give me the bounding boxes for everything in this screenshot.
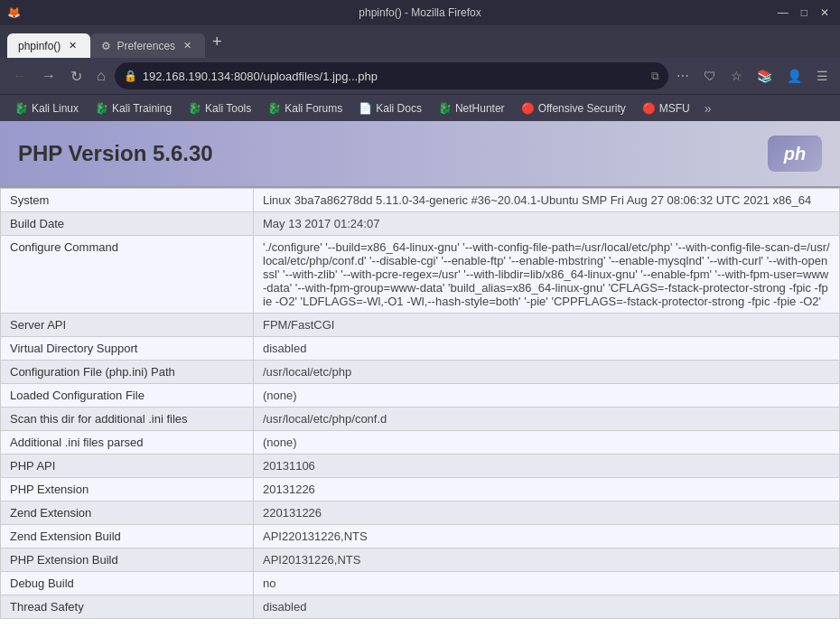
row-key: Additional .ini files parsed xyxy=(1,431,254,455)
table-row: PHP Extension BuildAPI20131226,NTS xyxy=(1,548,840,572)
bookmarks-bar: 🐉 Kali Linux 🐉 Kali Training 🐉 Kali Tool… xyxy=(0,94,840,121)
titlebar: 🦊 phpinfo() - Mozilla Firefox — □ ✕ xyxy=(0,0,840,25)
tab-preferences[interactable]: ⚙ Preferences ✕ xyxy=(90,33,205,58)
row-value: Linux 3ba7a86278dd 5.11.0-34-generic #36… xyxy=(254,189,840,212)
back-button[interactable]: ← xyxy=(7,64,33,88)
row-value: (none) xyxy=(254,431,840,455)
bookmark-kali-training[interactable]: 🐉 Kali Training xyxy=(88,99,179,117)
row-key: PHP Extension Build xyxy=(1,548,254,572)
bookmark-kali-linux[interactable]: 🐉 Kali Linux xyxy=(7,99,86,117)
table-row: PHP API20131106 xyxy=(1,455,840,478)
kali-training-icon: 🐉 xyxy=(95,102,108,115)
menu-button[interactable]: ☰ xyxy=(812,65,833,87)
bookmark-offensive-security[interactable]: 🔴 Offensive Security xyxy=(514,99,633,117)
table-row: Server APIFPM/FastCGI xyxy=(1,314,840,337)
kali-linux-icon: 🐉 xyxy=(14,102,28,115)
table-row: Thread Safetydisabled xyxy=(1,595,840,619)
row-value: FPM/FastCGI xyxy=(254,314,840,337)
php-logo-text: ph xyxy=(784,144,806,164)
shield-button[interactable]: 🛡 xyxy=(699,65,721,87)
table-row: Zend Extension BuildAPI220131226,NTS xyxy=(1,525,840,548)
php-logo: ph xyxy=(768,136,822,172)
row-value: './configure' '--build=x86_64-linux-gnu'… xyxy=(254,236,840,314)
row-key: PHP Extension xyxy=(1,478,254,501)
row-key: Virtual Directory Support xyxy=(1,337,254,361)
row-key: Configure Command xyxy=(1,236,254,314)
tab-phpinfo-label: phpinfo() xyxy=(18,40,61,52)
star-button[interactable]: ☆ xyxy=(726,65,747,87)
tab-preferences-label: Preferences xyxy=(117,40,175,52)
tabbar: phpinfo() ✕ ⚙ Preferences ✕ + xyxy=(0,25,840,58)
row-value: May 13 2017 01:24:07 xyxy=(254,212,840,236)
table-row: Scan this dir for additional .ini files/… xyxy=(1,408,840,431)
bookmarks-button[interactable]: 📚 xyxy=(752,65,777,87)
minimize-button[interactable]: — xyxy=(774,6,792,19)
bookmarks-more-button[interactable]: » xyxy=(699,98,717,118)
row-value: disabled xyxy=(254,595,840,619)
kali-linux-label: Kali Linux xyxy=(32,102,79,115)
kali-docs-icon: 📄 xyxy=(359,102,372,115)
content-area: PHP Version 5.6.30 ph SystemLinux 3ba7a8… xyxy=(0,121,840,628)
more-options-button[interactable]: ⋯ xyxy=(672,65,694,87)
table-row: Configuration File (php.ini) Path/usr/lo… xyxy=(1,361,840,384)
tab-phpinfo-close[interactable]: ✕ xyxy=(66,39,79,52)
table-row: Configure Command'./configure' '--build=… xyxy=(1,236,840,314)
row-key: Thread Safety xyxy=(1,595,254,619)
table-row: Debug Buildno xyxy=(1,572,840,595)
nethunter-label: NetHunter xyxy=(455,102,505,115)
kali-training-label: Kali Training xyxy=(112,102,172,115)
offensive-security-label: Offensive Security xyxy=(538,102,626,115)
kali-tools-icon: 🐉 xyxy=(188,102,201,115)
row-value: API20131226,NTS xyxy=(254,548,840,572)
bookmark-nethunter[interactable]: 🐉 NetHunter xyxy=(431,99,512,117)
row-key: Server API xyxy=(1,314,254,337)
row-key: PHP API xyxy=(1,455,254,478)
tab-preferences-icon: ⚙ xyxy=(101,40,111,52)
tab-phpinfo[interactable]: phpinfo() ✕ xyxy=(7,33,90,58)
table-row: Build DateMay 13 2017 01:24:07 xyxy=(1,212,840,236)
forward-button[interactable]: → xyxy=(36,64,61,88)
bookmark-kali-forums[interactable]: 🐉 Kali Forums xyxy=(260,99,350,117)
row-value: /usr/local/etc/php xyxy=(254,361,840,384)
row-value: no xyxy=(254,572,840,595)
row-key: Zend Extension Build xyxy=(1,525,254,548)
close-button[interactable]: ✕ xyxy=(817,6,833,19)
row-value: API220131226,NTS xyxy=(254,525,840,548)
row-key: Configuration File (php.ini) Path xyxy=(1,361,254,384)
msfu-icon: 🔴 xyxy=(642,102,656,115)
nav-icons: ⋯ 🛡 ☆ 📚 👤 ☰ xyxy=(672,65,833,87)
kali-docs-label: Kali Docs xyxy=(376,102,422,115)
bookmark-msfu[interactable]: 🔴 MSFU xyxy=(635,99,697,117)
row-value: (none) xyxy=(254,384,840,408)
bookmark-kali-docs[interactable]: 📄 Kali Docs xyxy=(351,99,429,117)
home-button[interactable]: ⌂ xyxy=(91,64,111,88)
table-row: Zend Extension220131226 xyxy=(1,501,840,525)
sync-button[interactable]: 👤 xyxy=(782,65,807,87)
window-controls[interactable]: — □ ✕ xyxy=(774,6,833,19)
copy-icon: ⧉ xyxy=(651,70,659,82)
maximize-button[interactable]: □ xyxy=(798,6,811,19)
address-bar[interactable]: 🔒 192.168.190.134:8080/uploadfiles/1.jpg… xyxy=(115,62,668,89)
row-value: 20131106 xyxy=(254,455,840,478)
row-value: 220131226 xyxy=(254,501,840,525)
table-row: SystemLinux 3ba7a86278dd 5.11.0-34-gener… xyxy=(1,189,840,212)
row-value: disabled xyxy=(254,337,840,361)
table-row: Virtual Directory Supportdisabled xyxy=(1,337,840,361)
row-value: 20131226 xyxy=(254,478,840,501)
tab-preferences-close[interactable]: ✕ xyxy=(181,39,194,52)
table-row: Additional .ini files parsed(none) xyxy=(1,431,840,455)
reload-button[interactable]: ↻ xyxy=(65,64,88,89)
table-row: Loaded Configuration File(none) xyxy=(1,384,840,408)
new-tab-button[interactable]: + xyxy=(205,33,229,52)
offensive-security-icon: 🔴 xyxy=(521,102,535,115)
php-info-table: SystemLinux 3ba7a86278dd 5.11.0-34-gener… xyxy=(0,188,840,619)
kali-forums-label: Kali Forums xyxy=(285,102,342,115)
bookmark-kali-tools[interactable]: 🐉 Kali Tools xyxy=(181,99,258,117)
row-key: Scan this dir for additional .ini files xyxy=(1,408,254,431)
kali-forums-icon: 🐉 xyxy=(267,102,281,115)
row-key: Debug Build xyxy=(1,572,254,595)
msfu-label: MSFU xyxy=(659,102,690,115)
lock-icon: 🔒 xyxy=(124,70,137,82)
kali-tools-label: Kali Tools xyxy=(205,102,251,115)
window-title: phpinfo() - Mozilla Firefox xyxy=(359,6,481,19)
